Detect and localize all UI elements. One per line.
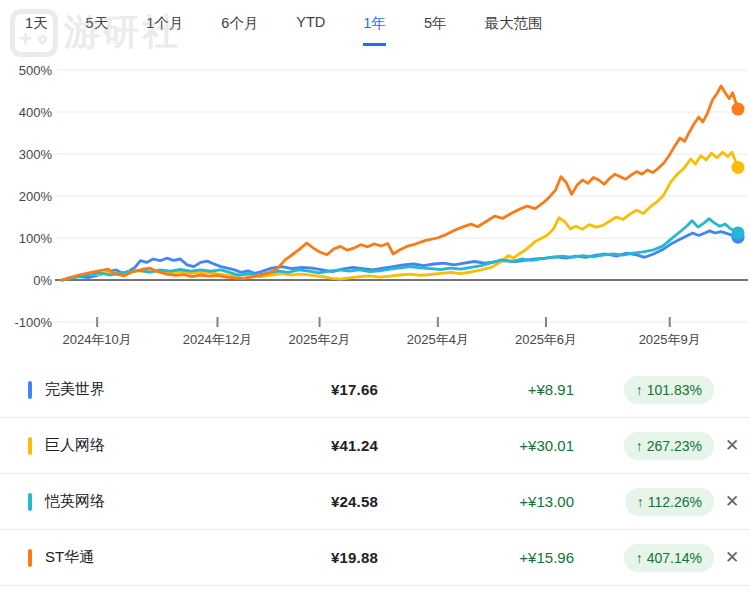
stock-name: 巨人网络 bbox=[45, 436, 105, 455]
up-arrow-icon: ↑ bbox=[636, 438, 643, 454]
up-arrow-icon: ↑ bbox=[636, 550, 643, 566]
y-axis-label: 0% bbox=[33, 273, 52, 288]
stock-row-kaiying[interactable]: 恺英网络 ¥24.58 +¥13.00 ↑ 112.26% ✕ bbox=[0, 474, 750, 530]
stock-change-value: +¥15.96 bbox=[384, 549, 574, 566]
series-color-marker bbox=[28, 493, 32, 511]
y-axis-label: 400% bbox=[19, 105, 53, 120]
x-axis-label: 2025年9月 bbox=[639, 332, 701, 347]
stock-row-juren[interactable]: 巨人网络 ¥41.24 +¥30.01 ↑ 267.23% ✕ bbox=[0, 418, 750, 474]
comparison-chart[interactable]: 500%400%300%200%100%0%-100%2024年10月2024年… bbox=[0, 46, 750, 354]
stock-name: 恺英网络 bbox=[45, 492, 105, 511]
tab-5year[interactable]: 5年 bbox=[424, 14, 447, 46]
tab-1year[interactable]: 1年 bbox=[363, 14, 386, 46]
series-color-marker bbox=[28, 381, 32, 399]
x-axis-label: 2024年12月 bbox=[183, 332, 252, 347]
stock-name: 完美世界 bbox=[45, 380, 105, 399]
x-axis-label: 2025年2月 bbox=[288, 332, 350, 347]
tab-max[interactable]: 最大范围 bbox=[484, 14, 542, 46]
tab-1month[interactable]: 1个月 bbox=[146, 14, 183, 46]
y-axis-label: 500% bbox=[19, 63, 53, 78]
up-arrow-icon: ↑ bbox=[636, 382, 643, 398]
remove-stock-button[interactable]: ✕ bbox=[719, 489, 745, 514]
stock-row-sthuatong[interactable]: ST华通 ¥19.88 +¥15.96 ↑ 407.14% ✕ bbox=[0, 530, 750, 586]
stock-change-value: +¥13.00 bbox=[384, 493, 574, 510]
series-color-marker bbox=[28, 549, 32, 567]
remove-stock-button[interactable]: ✕ bbox=[719, 545, 745, 570]
percent-change-badge: ↑ 407.14% bbox=[624, 544, 714, 572]
series-end-dot bbox=[732, 161, 745, 174]
percent-change-text: 112.26% bbox=[648, 494, 702, 510]
y-axis-label: 300% bbox=[19, 147, 53, 162]
chart-svg[interactable]: 500%400%300%200%100%0%-100%2024年10月2024年… bbox=[0, 46, 750, 354]
series-end-dot bbox=[732, 226, 745, 239]
stock-price: ¥24.58 bbox=[294, 493, 384, 510]
series-color-marker bbox=[28, 437, 32, 455]
x-axis-label: 2024年10月 bbox=[62, 332, 131, 347]
watchlist: 完美世界 ¥17.66 +¥8.91 ↑ 101.83% ✕ 巨人网络 ¥41.… bbox=[0, 362, 750, 586]
x-axis-label: 2025年6月 bbox=[515, 332, 577, 347]
up-arrow-icon: ↑ bbox=[637, 494, 644, 510]
x-axis-label: 2025年4月 bbox=[407, 332, 469, 347]
percent-change-badge: ↑ 112.26% bbox=[625, 488, 714, 516]
series-end-dot bbox=[732, 103, 745, 116]
percent-change-text: 407.14% bbox=[647, 550, 702, 566]
y-axis-label: 100% bbox=[19, 231, 53, 246]
stock-row-wanmei[interactable]: 完美世界 ¥17.66 +¥8.91 ↑ 101.83% ✕ bbox=[0, 362, 750, 418]
percent-change-text: 101.83% bbox=[647, 382, 702, 398]
remove-stock-button[interactable]: ✕ bbox=[719, 433, 745, 458]
series-line bbox=[62, 86, 738, 280]
y-axis-label: -100% bbox=[14, 315, 52, 330]
tab-5day[interactable]: 5天 bbox=[86, 14, 109, 46]
stock-price: ¥41.24 bbox=[294, 437, 384, 454]
percent-change-badge: ↑ 267.23% bbox=[624, 432, 714, 460]
y-axis-label: 200% bbox=[19, 189, 53, 204]
stock-price: ¥19.88 bbox=[294, 549, 384, 566]
stock-name: ST华通 bbox=[45, 548, 94, 567]
percent-change-badge: ↑ 101.83% bbox=[624, 376, 714, 404]
stock-change-value: +¥8.91 bbox=[384, 381, 574, 398]
tab-6month[interactable]: 6个月 bbox=[221, 14, 258, 46]
stock-price: ¥17.66 bbox=[294, 381, 384, 398]
time-range-tabs: 1天 5天 1个月 6个月 YTD 1年 5年 最大范围 bbox=[0, 0, 750, 46]
tab-1day[interactable]: 1天 bbox=[25, 14, 48, 46]
tab-ytd[interactable]: YTD bbox=[296, 14, 325, 46]
percent-change-text: 267.23% bbox=[647, 438, 702, 454]
stock-change-value: +¥30.01 bbox=[384, 437, 574, 454]
